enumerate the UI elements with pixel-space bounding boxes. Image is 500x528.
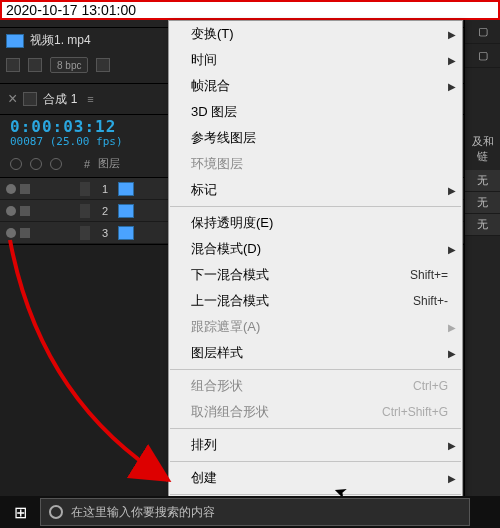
label-color-swatch[interactable] bbox=[80, 204, 90, 218]
parent-link-dropdown[interactable]: 无 bbox=[465, 170, 500, 192]
menu-item: 跟踪遮罩(A)▶ bbox=[169, 314, 462, 340]
menu-item-label: 混合模式(D) bbox=[191, 240, 448, 258]
menu-item-shortcut: Shift+- bbox=[413, 294, 448, 308]
menu-item-label: 取消组合形状 bbox=[191, 403, 382, 421]
file-name-label: 视频1. mp4 bbox=[30, 32, 91, 49]
menu-item[interactable]: 标记▶ bbox=[169, 177, 462, 203]
menu-separator bbox=[170, 369, 461, 370]
column-num-label: # bbox=[84, 158, 90, 170]
menu-item[interactable]: 下一混合模式Shift+= bbox=[169, 262, 462, 288]
right-panel-label: 及和链 bbox=[465, 128, 500, 170]
search-placeholder-text: 在这里输入你要搜索的内容 bbox=[71, 504, 215, 521]
menu-separator bbox=[170, 461, 461, 462]
taskbar-search[interactable]: 在这里输入你要搜索的内容 bbox=[40, 498, 470, 526]
close-tab-icon[interactable]: × bbox=[8, 90, 17, 108]
submenu-arrow-icon: ▶ bbox=[448, 348, 456, 359]
menu-item[interactable]: 混合模式(D)▶ bbox=[169, 236, 462, 262]
menu-item-label: 创建 bbox=[191, 469, 448, 487]
menu-item-label: 变换(T) bbox=[191, 25, 448, 43]
windows-taskbar: ⊞ 在这里输入你要搜索的内容 bbox=[0, 496, 500, 528]
menu-item-label: 环境图层 bbox=[191, 155, 448, 173]
parent-link-dropdown[interactable]: 无 bbox=[465, 214, 500, 236]
visibility-icon[interactable] bbox=[6, 184, 16, 194]
menu-item-label: 保持透明度(E) bbox=[191, 214, 448, 232]
menu-item-label: 参考线图层 bbox=[191, 129, 448, 147]
menu-item: 环境图层 bbox=[169, 151, 462, 177]
audio-icon[interactable] bbox=[20, 228, 30, 238]
menu-item[interactable]: 保持透明度(E) bbox=[169, 210, 462, 236]
right-options-strip: ▢ ▢ 及和链 无无无 bbox=[464, 20, 500, 496]
visibility-icon[interactable] bbox=[6, 206, 16, 216]
folder-icon[interactable] bbox=[6, 58, 20, 72]
start-button[interactable]: ⊞ bbox=[0, 496, 40, 528]
layer-thumb-icon bbox=[118, 204, 134, 218]
submenu-arrow-icon: ▶ bbox=[448, 29, 456, 40]
visibility-icon[interactable] bbox=[6, 228, 16, 238]
menu-item-label: 跟踪遮罩(A) bbox=[191, 318, 448, 336]
menu-item[interactable]: 参考线图层 bbox=[169, 125, 462, 151]
layer-index: 3 bbox=[92, 227, 118, 239]
menu-item[interactable]: 帧混合▶ bbox=[169, 73, 462, 99]
tool-slot-2[interactable]: ▢ bbox=[465, 44, 500, 68]
menu-item-label: 3D 图层 bbox=[191, 103, 448, 121]
tool-slot-1[interactable]: ▢ bbox=[465, 20, 500, 44]
menu-item[interactable]: 排列▶ bbox=[169, 432, 462, 458]
submenu-arrow-icon: ▶ bbox=[448, 81, 456, 92]
new-comp-icon[interactable] bbox=[28, 58, 42, 72]
menu-item-label: 上一混合模式 bbox=[191, 292, 413, 310]
menu-item-label: 排列 bbox=[191, 436, 448, 454]
menu-item-shortcut: Ctrl+G bbox=[413, 379, 448, 393]
menu-item: 组合形状Ctrl+G bbox=[169, 373, 462, 399]
submenu-arrow-icon: ▶ bbox=[448, 322, 456, 333]
windows-logo-icon: ⊞ bbox=[14, 503, 27, 522]
layer-thumb-icon bbox=[118, 182, 134, 196]
layer-thumb-icon bbox=[118, 226, 134, 240]
tab-icon bbox=[23, 92, 37, 106]
layer-index: 1 bbox=[92, 183, 118, 195]
submenu-arrow-icon: ▶ bbox=[448, 473, 456, 484]
timestamp-bar: 2020-10-17 13:01:00 bbox=[0, 0, 500, 20]
menu-item[interactable]: 时间▶ bbox=[169, 47, 462, 73]
layer-context-menu[interactable]: 变换(T)▶时间▶帧混合▶3D 图层参考线图层环境图层标记▶保持透明度(E)混合… bbox=[168, 20, 463, 528]
timestamp-text: 2020-10-17 13:01:00 bbox=[6, 2, 136, 18]
audio-icon[interactable] bbox=[20, 206, 30, 216]
menu-separator bbox=[170, 428, 461, 429]
shy-toggle-icon[interactable] bbox=[10, 158, 22, 170]
layer-index: 2 bbox=[92, 205, 118, 217]
menu-item[interactable]: 上一混合模式Shift+- bbox=[169, 288, 462, 314]
column-layername-label: 图层 bbox=[98, 156, 120, 171]
menu-item[interactable]: 图层样式▶ bbox=[169, 340, 462, 366]
parent-link-dropdown[interactable]: 无 bbox=[465, 192, 500, 214]
menu-separator bbox=[170, 206, 461, 207]
video-file-icon bbox=[6, 34, 24, 48]
menu-item-label: 标记 bbox=[191, 181, 448, 199]
eye-toggle-icon[interactable] bbox=[30, 158, 42, 170]
audio-icon[interactable] bbox=[20, 184, 30, 194]
bpc-chip[interactable]: 8 bpc bbox=[50, 57, 88, 73]
submenu-arrow-icon: ▶ bbox=[448, 440, 456, 451]
cortana-icon bbox=[49, 505, 63, 519]
current-timecode[interactable]: 0:00:03:12 bbox=[10, 117, 116, 137]
menu-item-label: 下一混合模式 bbox=[191, 266, 410, 284]
label-color-swatch[interactable] bbox=[80, 182, 90, 196]
menu-item-shortcut: Ctrl+Shift+G bbox=[382, 405, 448, 419]
menu-item-shortcut: Shift+= bbox=[410, 268, 448, 282]
menu-item-label: 图层样式 bbox=[191, 344, 448, 362]
menu-item-label: 时间 bbox=[191, 51, 448, 69]
tab-menu-icon[interactable]: ≡ bbox=[87, 93, 93, 105]
menu-item[interactable]: 3D 图层 bbox=[169, 99, 462, 125]
submenu-arrow-icon: ▶ bbox=[448, 55, 456, 66]
menu-item[interactable]: 变换(T)▶ bbox=[169, 21, 462, 47]
menu-item-label: 帧混合 bbox=[191, 77, 448, 95]
trash-icon[interactable] bbox=[96, 58, 110, 72]
menu-separator bbox=[170, 494, 461, 495]
lock-toggle-icon[interactable] bbox=[50, 158, 62, 170]
submenu-arrow-icon: ▶ bbox=[448, 185, 456, 196]
menu-item[interactable]: 创建▶ bbox=[169, 465, 462, 491]
label-color-swatch[interactable] bbox=[80, 226, 90, 240]
comp-tab-title[interactable]: 合成 1 bbox=[43, 91, 77, 108]
menu-item: 取消组合形状Ctrl+Shift+G bbox=[169, 399, 462, 425]
submenu-arrow-icon: ▶ bbox=[448, 244, 456, 255]
menu-item-label: 组合形状 bbox=[191, 377, 413, 395]
